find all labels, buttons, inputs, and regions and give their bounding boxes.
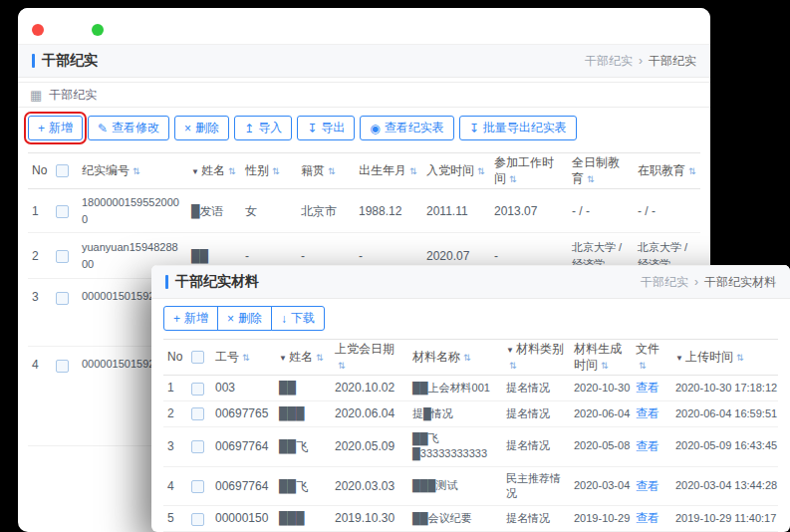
table-row[interactable]: 1 003 ██ 2020.10.02 ██上会材料001 提名情况 2020-… (163, 376, 778, 401)
import-button[interactable]: ↥ 导入 (234, 116, 292, 140)
table-row[interactable]: 3 00697764 ██飞 2020.05.09 ██飞█3333333333… (163, 426, 778, 466)
zoom-window-button[interactable] (92, 24, 104, 36)
column-header-emp-id[interactable]: 工号⇅ (211, 340, 275, 376)
filter-icon[interactable]: ▼ (506, 346, 514, 355)
filter-icon[interactable]: ▼ (675, 354, 683, 363)
column-header-no: No (163, 340, 187, 376)
view-file-link[interactable]: 查看 (636, 511, 659, 525)
select-all-checkbox[interactable] (191, 351, 204, 364)
cell-no: 2 (163, 400, 187, 426)
sort-icon[interactable]: ⇅ (328, 166, 336, 176)
view-file-link[interactable]: 查看 (636, 406, 659, 420)
table-header-row: No 工号⇅ ▼姓名⇅ 上党会日期⇅ 材料名称⇅ ▼材料类别⇅ 材料生成时间⇅ … (163, 340, 778, 376)
button-label: 查看纪实表 (385, 120, 444, 136)
sort-icon[interactable]: ⇅ (509, 174, 517, 184)
delete-material-button[interactable]: × 删除 (217, 306, 272, 331)
column-header-name[interactable]: ▼姓名⇅ (275, 340, 331, 376)
materials-breadcrumb: 干部纪实 › 干部纪实材料 (641, 274, 776, 291)
close-window-button[interactable] (32, 24, 44, 36)
column-header-gender[interactable]: 性别⇅ (241, 153, 297, 189)
row-checkbox[interactable] (191, 480, 204, 493)
sort-icon[interactable]: ⇅ (242, 353, 250, 363)
column-header-onjob-edu[interactable]: 在职教育⇅ (634, 153, 700, 189)
row-checkbox[interactable] (191, 513, 204, 526)
column-header-meeting-date[interactable]: 上党会日期⇅ (331, 340, 408, 376)
sort-icon[interactable]: ⇅ (509, 361, 517, 371)
download-material-button[interactable]: ↓ 下载 (271, 306, 325, 331)
select-all-checkbox[interactable] (56, 164, 69, 177)
batch-export-button[interactable]: ↧ 批量导出纪实表 (459, 116, 577, 140)
filter-icon[interactable]: ▼ (191, 167, 199, 176)
sort-icon[interactable]: ⇅ (463, 353, 471, 363)
view-edit-button[interactable]: ✎ 查看修改 (88, 116, 169, 140)
delete-icon: × (227, 313, 234, 325)
sort-icon[interactable]: ⇅ (736, 353, 744, 363)
column-header-name[interactable]: ▼姓名⇅ (187, 153, 241, 189)
cell-file: 查看 (632, 426, 671, 466)
sort-icon[interactable]: ⇅ (639, 361, 647, 371)
column-label: 出生年月 (359, 163, 406, 177)
column-label: 全日制教育 (572, 155, 620, 185)
column-header-material-name[interactable]: 材料名称⇅ (408, 340, 502, 376)
cell-upload-time: 2020-10-30 17:18:12 (671, 376, 778, 401)
sort-icon[interactable]: ⇅ (228, 166, 236, 176)
button-label: 下载 (291, 310, 315, 327)
sort-icon[interactable]: ⇅ (316, 353, 324, 363)
view-file-link[interactable]: 查看 (636, 479, 659, 493)
edit-icon: ✎ (98, 123, 108, 134)
cell-emp-id: 003 (211, 376, 275, 401)
column-header-upload-time[interactable]: ▼上传时间⇅ (671, 340, 778, 376)
table-row[interactable]: 1 18000001595520000 █发语 女 北京市 1988.12 20… (28, 189, 700, 233)
sort-icon[interactable]: ⇅ (688, 166, 696, 176)
cell-gen-date: 2020-10-30 (570, 376, 632, 401)
row-checkbox[interactable] (191, 407, 204, 420)
view-record-table-button[interactable]: ◉ 查看纪实表 (360, 116, 453, 140)
column-header-gen-date[interactable]: 材料生成时间⇅ (570, 340, 632, 376)
row-checkbox[interactable] (56, 250, 69, 263)
delete-button[interactable]: × 删除 (174, 116, 229, 140)
sort-icon[interactable]: ⇅ (587, 174, 595, 184)
materials-button-group: + 新增 × 删除 ↓ 下载 (163, 306, 325, 331)
column-header-birthplace[interactable]: 籍贯⇅ (297, 153, 355, 189)
cell-name: ██飞 (275, 466, 331, 506)
breadcrumb-parent[interactable]: 干部纪实 (641, 274, 688, 291)
cell-select (187, 466, 211, 506)
cell-meeting-date: 2020.10.02 (331, 376, 408, 401)
column-header-fulltime-edu[interactable]: 全日制教育⇅ (568, 153, 634, 189)
column-header-record-id[interactable]: 纪实编号⇅ (78, 153, 187, 189)
materials-panel: 干部纪实材料 干部纪实 › 干部纪实材料 + 新增 × 删除 ↓ 下载 (151, 265, 790, 532)
view-file-link[interactable]: 查看 (636, 381, 659, 395)
column-label: 文件 (636, 342, 659, 356)
table-row[interactable]: 4 00697764 ██飞 2020.03.03 ███测试 民主推荐情况 2… (163, 466, 778, 506)
cell-no: 3 (28, 279, 52, 347)
cell-meeting-date: 2019.10.30 (331, 506, 408, 532)
sort-icon[interactable]: ⇅ (338, 361, 346, 371)
breadcrumb-parent[interactable]: 干部纪实 (585, 53, 633, 70)
column-header-file[interactable]: 文件⇅ (632, 340, 671, 376)
sort-icon[interactable]: ⇅ (272, 166, 280, 176)
row-checkbox[interactable] (56, 360, 69, 373)
sort-icon[interactable]: ⇅ (409, 166, 417, 176)
sort-icon[interactable]: ⇅ (132, 166, 140, 176)
column-header-birth-month[interactable]: 出生年月⇅ (355, 153, 422, 189)
row-checkbox[interactable] (191, 383, 204, 396)
filter-icon[interactable]: ▼ (279, 354, 287, 363)
view-file-link[interactable]: 查看 (636, 439, 659, 453)
table-row[interactable]: 2 00697765 ███ 2020.06.04 提█情况 提名情况 2020… (163, 400, 778, 426)
cell-onjob-edu: - / - (634, 189, 700, 233)
row-checkbox[interactable] (56, 292, 69, 305)
table-row[interactable]: 5 00000150 ███ 2019.10.30 ██会议纪要 提名情况 20… (163, 506, 778, 532)
column-header-party-join[interactable]: 入党时间⇅ (422, 153, 490, 189)
add-material-button[interactable]: + 新增 (163, 306, 218, 331)
column-header-work-start[interactable]: 参加工作时间⇅ (490, 153, 568, 189)
row-checkbox[interactable] (56, 205, 69, 218)
sort-icon[interactable]: ⇅ (601, 361, 609, 371)
button-label: 导出 (321, 120, 345, 136)
cell-emp-id: 00697764 (211, 426, 275, 466)
row-checkbox[interactable] (191, 440, 204, 453)
sort-icon[interactable]: ⇅ (477, 166, 485, 176)
add-button[interactable]: + 新增 (28, 116, 83, 140)
export-button[interactable]: ↧ 导出 (297, 116, 355, 140)
column-header-category[interactable]: ▼材料类别⇅ (502, 340, 570, 376)
cell-select (187, 506, 211, 532)
